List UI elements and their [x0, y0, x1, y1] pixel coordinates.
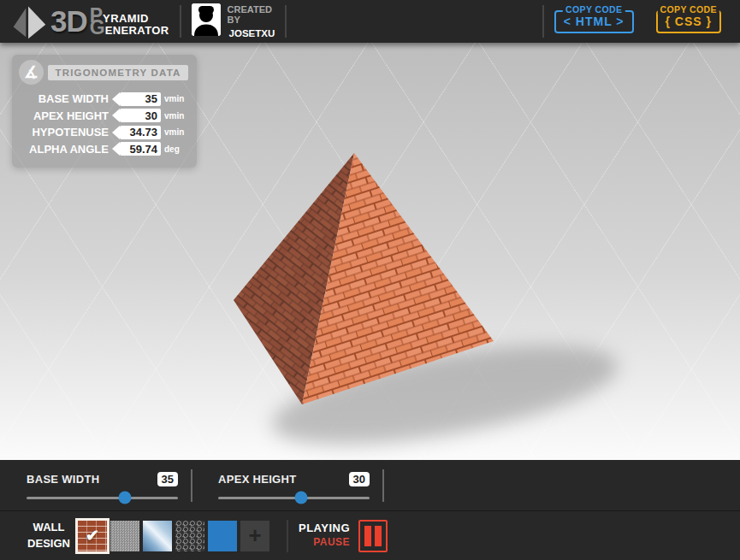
- app-window: 3D PYRAMID GENERATOR CREATED BY JOSETXU: [0, 0, 740, 560]
- pause-button[interactable]: [358, 520, 388, 552]
- creator-name: JOSETXU: [229, 28, 275, 39]
- pyramid-logo-icon: [10, 3, 48, 40]
- pause-icon: [364, 526, 371, 546]
- app-logo: 3D PYRAMID GENERATOR: [0, 3, 169, 40]
- playback-text: PLAYING PAUSE: [299, 522, 350, 549]
- swatch-granite[interactable]: [110, 521, 139, 551]
- copy-css-label: COPY CODE: [658, 4, 719, 15]
- trig-value: 34.73: [120, 126, 161, 139]
- slider-divider: [382, 469, 384, 502]
- trig-row-apex-height: APEX HEIGHT 30 vmin: [19, 108, 188, 125]
- base-width-slider[interactable]: [27, 497, 178, 499]
- copy-html-value: < HTML >: [564, 15, 625, 28]
- trig-row-alpha-angle: ALPHA ANGLE 59.74 deg: [19, 141, 188, 158]
- copy-css-value: { CSS }: [666, 15, 712, 28]
- base-width-slider-group: BASE WIDTH 35: [27, 472, 178, 499]
- wall-design-label: WALL DESIGN: [22, 520, 75, 552]
- trig-label: BASE WIDTH: [38, 92, 109, 105]
- header-divider: [180, 5, 181, 38]
- created-label-line2: BY: [228, 15, 275, 26]
- copy-css-button[interactable]: COPY CODE { CSS }: [656, 10, 721, 33]
- playback-action-label: PAUSE: [299, 536, 350, 550]
- copy-html-label: COPY CODE: [563, 4, 625, 15]
- created-label-line1: CREATED: [228, 4, 275, 15]
- apex-height-slider-thumb[interactable]: [295, 492, 308, 504]
- trig-unit: vmin: [161, 94, 188, 103]
- scene-viewport[interactable]: ∡ TRIGONOMETRY DATA BASE WIDTH 35 vmin A…: [0, 43, 740, 460]
- trigonometry-panel-title: TRIGONOMETRY DATA: [48, 65, 188, 80]
- trig-value: 35: [120, 92, 161, 106]
- apex-height-slider-label: APEX HEIGHT: [218, 473, 296, 486]
- creator-avatar[interactable]: [192, 3, 221, 36]
- swatch-glass[interactable]: [143, 521, 172, 551]
- swatch-chainmail[interactable]: [175, 521, 204, 551]
- playback-controls: PLAYING PAUSE: [299, 520, 388, 552]
- trig-unit: vmin: [161, 127, 188, 137]
- apex-height-slider-group: APEX HEIGHT 30: [218, 472, 370, 499]
- wall-design-swatches: ✔ +: [78, 521, 269, 551]
- check-icon: ✔: [78, 521, 107, 551]
- creator-block[interactable]: CREATED BY JOSETXU: [192, 3, 275, 40]
- base-width-slider-value: 35: [157, 472, 178, 486]
- angle-icon: ∡: [19, 60, 44, 85]
- trigonometry-panel-header: ∡ TRIGONOMETRY DATA: [19, 60, 188, 85]
- trig-unit: deg: [161, 144, 188, 154]
- pause-icon: [375, 526, 382, 546]
- trig-value: 30: [120, 109, 161, 122]
- base-width-slider-label: BASE WIDTH: [27, 473, 99, 486]
- base-width-slider-thumb[interactable]: [119, 492, 132, 504]
- swatch-plain-blue[interactable]: [208, 521, 237, 551]
- slider-row: BASE WIDTH 35 APEX HEIGHT 30: [0, 460, 740, 511]
- header-bar: 3D PYRAMID GENERATOR CREATED BY JOSETXU: [0, 0, 740, 43]
- slider-divider: [191, 469, 192, 502]
- playback-divider: [287, 520, 288, 552]
- header-divider: [285, 5, 287, 38]
- trig-label: APEX HEIGHT: [33, 109, 109, 122]
- control-bar: BASE WIDTH 35 APEX HEIGHT 30: [0, 460, 740, 560]
- trig-label: ALPHA ANGLE: [29, 143, 109, 156]
- header-divider: [542, 5, 544, 38]
- trig-unit: vmin: [161, 111, 188, 121]
- logo-wordmark: PYRAMID GENERATOR: [90, 8, 169, 36]
- trigonometry-panel: ∡ TRIGONOMETRY DATA BASE WIDTH 35 vmin A…: [12, 55, 197, 168]
- trig-row-hypotenuse: HYPOTENUSE 34.73 vmin: [19, 124, 188, 141]
- wall-design-row: WALL DESIGN ✔ + PLAYING PAUSE: [0, 511, 740, 560]
- creator-text: CREATED BY JOSETXU: [228, 3, 275, 40]
- plus-icon: +: [248, 522, 261, 549]
- playback-status: PLAYING: [299, 522, 350, 536]
- add-texture-button[interactable]: +: [240, 521, 269, 551]
- apex-height-slider[interactable]: [218, 497, 370, 499]
- copy-html-button[interactable]: COPY CODE < HTML >: [554, 10, 634, 33]
- logo-text-3d: 3D: [50, 4, 87, 38]
- trig-value: 59.74: [120, 142, 161, 156]
- trig-label: HYPOTENUSE: [32, 126, 109, 139]
- trig-row-base-width: BASE WIDTH 35 vmin: [19, 91, 188, 108]
- apex-height-slider-value: 30: [349, 472, 370, 486]
- swatch-brick[interactable]: ✔: [78, 521, 107, 551]
